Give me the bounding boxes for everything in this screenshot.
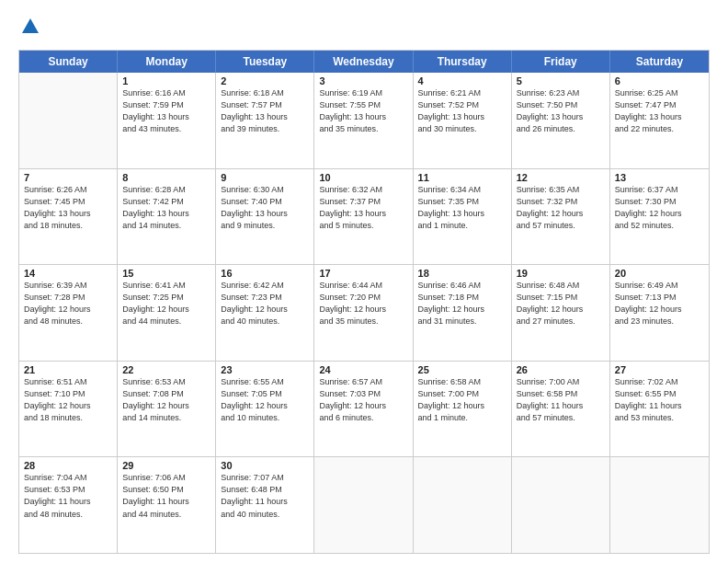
weekday-header: Sunday [19, 51, 118, 73]
cell-line: Daylight: 11 hours [221, 496, 309, 508]
cell-line: Sunset: 7:18 PM [418, 292, 506, 304]
cell-line: and 39 minutes. [221, 123, 309, 135]
calendar-cell: 23Sunrise: 6:55 AMSunset: 7:05 PMDayligh… [216, 362, 314, 457]
cell-line: Sunrise: 6:41 AM [122, 280, 210, 292]
cell-line: and 18 minutes. [24, 220, 112, 232]
cell-line: Daylight: 13 hours [221, 111, 309, 123]
page: SundayMondayTuesdayWednesdayThursdayFrid… [0, 0, 728, 563]
cell-line: Sunrise: 6:23 AM [517, 87, 605, 99]
calendar-cell [314, 457, 413, 553]
cell-line: Daylight: 13 hours [418, 208, 506, 220]
cell-line: Sunset: 7:08 PM [122, 388, 210, 400]
cell-line: Sunset: 7:50 PM [517, 99, 605, 111]
cell-line: Sunset: 7:23 PM [221, 292, 309, 304]
cell-line: and 5 minutes. [319, 220, 407, 232]
calendar-row: 14Sunrise: 6:39 AMSunset: 7:28 PMDayligh… [19, 264, 709, 361]
calendar-row: 28Sunrise: 7:04 AMSunset: 6:53 PMDayligh… [19, 456, 709, 553]
logo-icon [20, 17, 40, 37]
cell-line: Sunset: 7:25 PM [122, 292, 210, 304]
cell-line: Sunrise: 6:46 AM [418, 280, 506, 292]
calendar-cell: 6Sunrise: 6:25 AMSunset: 7:47 PMDaylight… [610, 73, 709, 168]
calendar-row: 1Sunrise: 6:16 AMSunset: 7:59 PMDaylight… [19, 73, 709, 168]
calendar-cell: 26Sunrise: 7:00 AMSunset: 6:58 PMDayligh… [512, 362, 610, 457]
cell-line: Sunset: 7:42 PM [122, 196, 210, 208]
calendar-cell: 29Sunrise: 7:06 AMSunset: 6:50 PMDayligh… [118, 457, 216, 553]
day-number: 4 [418, 75, 506, 86]
calendar-cell: 12Sunrise: 6:35 AMSunset: 7:32 PMDayligh… [512, 169, 610, 265]
cell-line: Sunrise: 6:58 AM [418, 376, 506, 388]
calendar-cell: 9Sunrise: 6:30 AMSunset: 7:40 PMDaylight… [216, 169, 314, 265]
cell-line: Sunset: 7:00 PM [418, 388, 506, 400]
day-number: 25 [418, 364, 506, 375]
calendar-cell: 13Sunrise: 6:37 AMSunset: 7:30 PMDayligh… [610, 169, 709, 265]
cell-line: Sunrise: 6:55 AM [221, 376, 309, 388]
cell-line: Daylight: 13 hours [517, 111, 605, 123]
cell-line: and 18 minutes. [24, 412, 112, 424]
cell-line: Daylight: 12 hours [615, 304, 704, 316]
cell-line: and 23 minutes. [615, 316, 704, 327]
cell-line: Sunset: 7:57 PM [221, 99, 309, 111]
calendar-cell [414, 457, 512, 553]
cell-line: Sunset: 7:37 PM [319, 196, 407, 208]
cell-line: Sunset: 6:55 PM [615, 388, 704, 400]
cell-line: Daylight: 13 hours [24, 208, 112, 220]
cell-line: Sunrise: 6:44 AM [319, 280, 407, 292]
cell-line: Sunset: 7:32 PM [517, 196, 605, 208]
day-number: 14 [24, 268, 112, 279]
cell-line: Sunrise: 6:32 AM [319, 184, 407, 196]
day-number: 6 [615, 75, 704, 86]
cell-line: Sunrise: 7:04 AM [24, 472, 112, 484]
calendar-cell: 7Sunrise: 6:26 AMSunset: 7:45 PMDaylight… [19, 169, 118, 265]
cell-line: Daylight: 12 hours [517, 208, 605, 220]
cell-line: Daylight: 13 hours [319, 208, 407, 220]
cell-line: Sunset: 7:03 PM [319, 388, 407, 400]
cell-line: Sunrise: 6:19 AM [319, 87, 407, 99]
day-number: 3 [319, 75, 407, 86]
calendar-cell [19, 73, 118, 168]
cell-line: Sunset: 7:20 PM [319, 292, 407, 304]
cell-line: Daylight: 13 hours [418, 111, 506, 123]
cell-line: Daylight: 12 hours [221, 304, 309, 316]
cell-line: Sunrise: 6:57 AM [319, 376, 407, 388]
logo [18, 17, 40, 40]
cell-line: Daylight: 11 hours [122, 496, 210, 508]
day-number: 27 [615, 364, 704, 375]
weekday-header: Monday [118, 51, 216, 73]
cell-line: Sunset: 6:58 PM [517, 388, 605, 400]
calendar-cell: 11Sunrise: 6:34 AMSunset: 7:35 PMDayligh… [414, 169, 512, 265]
cell-line: Sunset: 7:55 PM [319, 99, 407, 111]
cell-line: Sunrise: 6:53 AM [122, 376, 210, 388]
calendar: SundayMondayTuesdayWednesdayThursdayFrid… [18, 50, 710, 554]
day-number: 19 [517, 268, 605, 279]
day-number: 10 [319, 172, 407, 183]
calendar-cell: 8Sunrise: 6:28 AMSunset: 7:42 PMDaylight… [118, 169, 216, 265]
cell-line: Sunrise: 6:25 AM [615, 87, 704, 99]
cell-line: and 26 minutes. [517, 123, 605, 135]
day-number: 26 [517, 364, 605, 375]
cell-line: and 48 minutes. [24, 316, 112, 327]
cell-line: and 10 minutes. [221, 412, 309, 424]
day-number: 23 [221, 364, 309, 375]
calendar-cell: 16Sunrise: 6:42 AMSunset: 7:23 PMDayligh… [216, 265, 314, 361]
cell-line: Sunset: 7:52 PM [418, 99, 506, 111]
calendar-cell: 10Sunrise: 6:32 AMSunset: 7:37 PMDayligh… [314, 169, 413, 265]
cell-line: Sunset: 7:10 PM [24, 388, 112, 400]
calendar-header: SundayMondayTuesdayWednesdayThursdayFrid… [19, 51, 709, 73]
cell-line: Sunset: 7:47 PM [615, 99, 704, 111]
calendar-cell [512, 457, 610, 553]
cell-line: and 40 minutes. [221, 509, 309, 521]
cell-line: and 44 minutes. [122, 509, 210, 521]
cell-line: Sunrise: 6:42 AM [221, 280, 309, 292]
calendar-cell: 14Sunrise: 6:39 AMSunset: 7:28 PMDayligh… [19, 265, 118, 361]
cell-line: Sunrise: 6:49 AM [615, 280, 704, 292]
calendar-body: 1Sunrise: 6:16 AMSunset: 7:59 PMDaylight… [19, 73, 709, 553]
cell-line: Sunset: 6:53 PM [24, 484, 112, 496]
cell-line: Daylight: 12 hours [615, 208, 704, 220]
cell-line: and 1 minute. [418, 220, 506, 232]
cell-line: and 57 minutes. [517, 220, 605, 232]
cell-line: Sunset: 7:13 PM [615, 292, 704, 304]
cell-line: Sunrise: 6:30 AM [221, 184, 309, 196]
cell-line: and 14 minutes. [122, 220, 210, 232]
cell-line: and 14 minutes. [122, 412, 210, 424]
cell-line: Sunrise: 6:35 AM [517, 184, 605, 196]
